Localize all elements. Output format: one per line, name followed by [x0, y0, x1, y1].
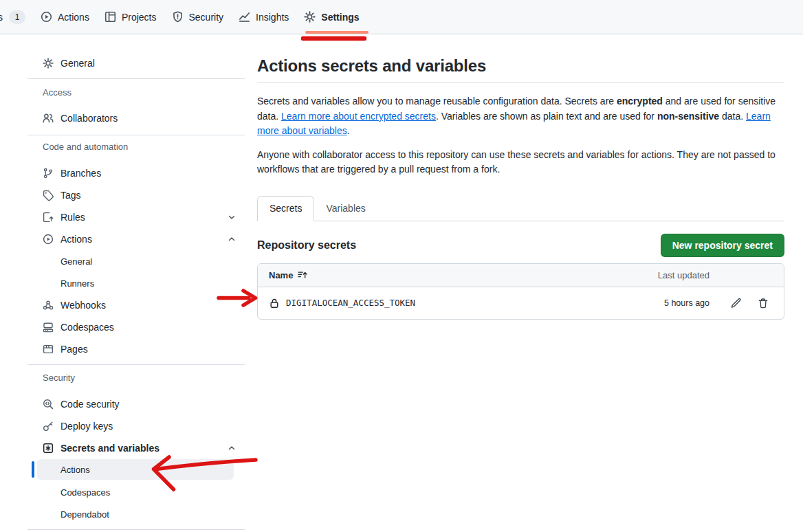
nav-item-security[interactable]: Security: [172, 7, 224, 27]
nav-partial-label: s: [0, 12, 3, 23]
secret-last-updated: 5 hours ago: [664, 298, 710, 308]
secrets-table-header: Name Last updated: [258, 264, 784, 287]
sidebar-item-pages[interactable]: Pages: [28, 338, 245, 360]
graph-icon: [239, 11, 250, 23]
tab-variables[interactable]: Variables: [314, 196, 377, 221]
nav-item-projects[interactable]: Projects: [104, 7, 157, 27]
people-icon: [43, 113, 54, 124]
main-content: Actions secrets and variables Secrets an…: [257, 47, 784, 320]
divider: [28, 135, 245, 135]
table-icon: [104, 11, 116, 23]
sidebar-item-label: General: [60, 58, 95, 69]
collaborator-note: Anyone with collaborator access to this …: [257, 148, 784, 177]
section-title: Repository secrets: [257, 239, 356, 252]
secret-name: DIGITALOCEAN_ACCESS_TOKEN: [286, 298, 415, 308]
sidebar-item-tags[interactable]: Tags: [28, 184, 245, 206]
nav-item-partial[interactable]: s 1: [0, 10, 25, 24]
column-label: Name: [269, 270, 293, 280]
sidebar-item-secrets-and-variables[interactable]: Secrets and variables: [28, 437, 245, 459]
chevron-down-icon: [227, 212, 236, 222]
secrets-variables-tabnav: Secrets Variables: [257, 196, 784, 221]
delete-secret-button[interactable]: [754, 293, 773, 313]
sidebar-item-label: Tags: [60, 190, 81, 201]
intro-text: . Variables are shown as plain text and …: [436, 111, 657, 122]
page-title: Actions secrets and variables: [257, 56, 784, 83]
intro-bold-encrypted: encrypted: [617, 96, 663, 107]
secrets-icon: [43, 443, 54, 454]
trash-icon: [758, 298, 769, 309]
play-circle-icon: [43, 234, 54, 245]
nav-item-label: Settings: [321, 12, 359, 23]
sidebar-subitem-actions-general[interactable]: General: [28, 250, 245, 272]
divider: [28, 364, 245, 365]
secret-row: DIGITALOCEAN_ACCESS_TOKEN 5 hours ago: [258, 287, 784, 319]
sidebar-item-label: Codespaces: [60, 322, 114, 333]
nav-item-settings[interactable]: Settings: [304, 7, 359, 27]
sidebar-item-label: Code security: [60, 399, 120, 410]
key-icon: [43, 421, 54, 432]
github-repo-settings-page: { "nav": { "partial_label": "s", "badge_…: [0, 0, 803, 532]
new-repository-secret-button[interactable]: New repository secret: [661, 234, 784, 257]
sidebar-subitem-secrets-dependabot[interactable]: Dependabot: [28, 503, 245, 525]
pencil-icon: [730, 298, 741, 309]
sidebar-item-codespaces[interactable]: Codespaces: [28, 316, 245, 338]
repo-tab-nav: s 1 Actions Projects Security Insights S…: [0, 0, 803, 34]
code-scan-icon: [43, 399, 54, 410]
active-tab-indicator: [305, 31, 368, 34]
sidebar-item-label: Webhooks: [60, 300, 106, 311]
sidebar-item-code-security[interactable]: Code security: [28, 393, 245, 415]
intro-text: Secrets and variables allow you to manag…: [257, 96, 617, 107]
sidebar-item-label: Actions: [60, 234, 92, 245]
intro-text: .: [347, 125, 350, 136]
git-branch-icon: [43, 168, 54, 179]
browser-icon: [43, 344, 54, 355]
sidebar-item-label: Deploy keys: [60, 421, 113, 432]
secrets-table: Name Last updated DIGITALOCEAN_ACCESS_TO…: [257, 263, 784, 320]
nav-item-label: Security: [189, 12, 224, 23]
lock-icon: [269, 298, 280, 309]
gear-icon: [304, 11, 316, 23]
chevron-up-icon: [227, 234, 236, 244]
nav-item-label: Insights: [256, 12, 289, 23]
rules-icon: [43, 212, 54, 223]
chevron-up-icon: [227, 443, 236, 453]
sidebar-section-code-automation: Code and automation: [28, 140, 245, 153]
sidebar-item-deploy-keys[interactable]: Deploy keys: [28, 415, 245, 437]
intro-bold-non-sensitive: non-sensitive: [657, 111, 719, 122]
sort-ascending-icon: [298, 270, 308, 280]
intro-text: data.: [719, 111, 746, 122]
counter-badge: 1: [9, 10, 25, 24]
divider: [28, 529, 245, 530]
intro-paragraph: Secrets and variables allow you to manag…: [257, 94, 784, 139]
sidebar-item-collaborators[interactable]: Collaborators: [28, 107, 245, 129]
link-encrypted-secrets[interactable]: Learn more about encrypted secrets: [281, 111, 436, 122]
sidebar-item-label: Branches: [60, 168, 101, 179]
play-circle-icon: [41, 11, 52, 23]
edit-secret-button[interactable]: [726, 293, 745, 313]
sidebar-subitem-actions-runners[interactable]: Runners: [28, 272, 245, 294]
nav-item-insights[interactable]: Insights: [239, 7, 289, 27]
sidebar-item-webhooks[interactable]: Webhooks: [28, 294, 245, 316]
codespaces-icon: [43, 322, 54, 333]
nav-item-actions[interactable]: Actions: [41, 7, 89, 27]
gear-icon: [43, 58, 54, 69]
webhook-icon: [43, 300, 54, 311]
tab-secrets[interactable]: Secrets: [257, 196, 314, 221]
sidebar-item-label: Secrets and variables: [60, 443, 160, 454]
shield-icon: [172, 11, 184, 23]
sidebar-section-security: Security: [28, 370, 245, 384]
sidebar-subitem-secrets-codespaces[interactable]: Codespaces: [28, 481, 245, 503]
sidebar-item-branches[interactable]: Branches: [28, 162, 245, 184]
sidebar-subitem-secrets-actions[interactable]: Actions: [37, 459, 234, 480]
divider: [28, 78, 245, 79]
sidebar-item-general[interactable]: General: [28, 52, 245, 74]
sidebar-section-access: Access: [28, 85, 245, 99]
column-header-name[interactable]: Name: [269, 270, 308, 280]
sidebar-item-label: Pages: [60, 344, 88, 355]
nav-item-label: Projects: [122, 12, 157, 23]
sidebar-item-rules[interactable]: Rules: [28, 206, 245, 228]
sidebar-item-actions[interactable]: Actions: [28, 228, 245, 250]
sidebar-item-label: Rules: [60, 212, 85, 223]
nav-item-label: Actions: [58, 12, 89, 23]
settings-sidebar: General Access Collaborators Code and au…: [28, 47, 245, 530]
